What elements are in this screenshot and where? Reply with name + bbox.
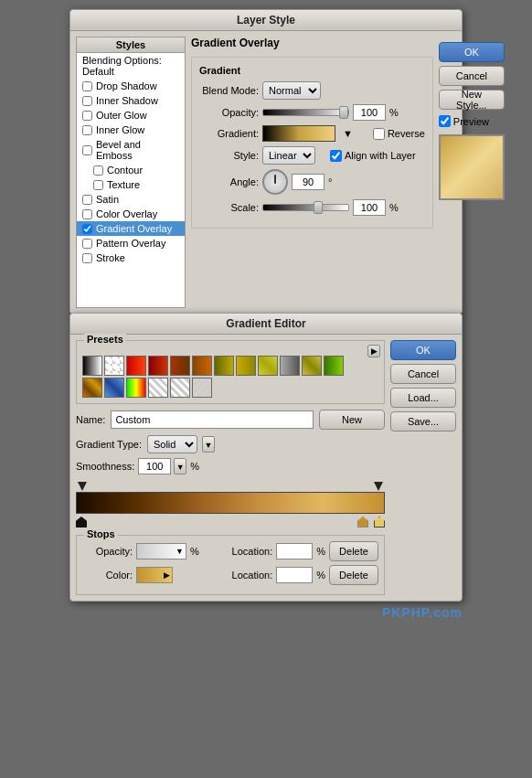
dropdown-arrow-icon[interactable]: ▼ <box>343 128 353 139</box>
gradient-overlay-checkbox[interactable] <box>82 224 92 234</box>
outer-glow-checkbox[interactable] <box>82 111 92 121</box>
blend-mode-select[interactable]: Normal Multiply Screen <box>262 81 321 100</box>
preview-checkbox[interactable] <box>439 115 451 127</box>
bevel-emboss-checkbox[interactable] <box>82 145 92 155</box>
presets-section: Presets ▶ <box>76 340 385 404</box>
color-stop-row: Color: ▶ Location: % Delete <box>82 565 378 585</box>
gradient-swatch[interactable] <box>262 125 335 142</box>
blending-label: Blending Options: Default <box>82 55 179 77</box>
gradient-type-select[interactable]: Solid Noise <box>147 435 197 453</box>
new-style-button[interactable]: New Style... <box>439 90 505 110</box>
preset-swatch-9[interactable] <box>258 356 278 376</box>
name-input[interactable] <box>111 410 314 429</box>
ge-ok-button[interactable]: OK <box>390 340 456 360</box>
preset-swatch-2[interactable] <box>104 356 124 376</box>
styles-item-pattern-overlay[interactable]: Pattern Overlay <box>77 236 185 250</box>
inner-shadow-checkbox[interactable] <box>82 96 92 106</box>
preset-swatch-8[interactable] <box>236 356 256 376</box>
cancel-button[interactable]: Cancel <box>439 66 505 86</box>
drop-shadow-checkbox[interactable] <box>82 81 92 91</box>
ge-cancel-button[interactable]: Cancel <box>390 364 456 384</box>
gradient-type-arrow[interactable]: ▼ <box>202 436 215 453</box>
opacity-unit: % <box>389 107 399 118</box>
styles-item-stroke[interactable]: Stroke <box>77 250 185 265</box>
opacity-stop-left[interactable] <box>78 482 87 491</box>
styles-item-inner-glow[interactable]: Inner Glow <box>77 123 185 137</box>
pattern-overlay-checkbox[interactable] <box>82 239 92 249</box>
preset-swatch-14[interactable] <box>104 378 124 398</box>
styles-item-drop-shadow[interactable]: Drop Shadow <box>77 79 185 93</box>
reverse-checkbox-label[interactable]: Reverse <box>373 128 425 140</box>
scale-value[interactable] <box>353 199 386 216</box>
color-swatch[interactable]: ▶ <box>136 567 173 583</box>
opacity-swatch[interactable]: ▼ <box>136 543 186 560</box>
reverse-checkbox[interactable] <box>373 128 385 140</box>
gradient-type-row: Gradient Type: Solid Noise ▼ <box>76 435 385 453</box>
stroke-label: Stroke <box>96 252 125 263</box>
opacity-stop-right[interactable] <box>374 482 383 491</box>
preset-swatch-6[interactable] <box>192 356 212 376</box>
preset-swatch-17[interactable] <box>170 378 190 398</box>
preset-swatch-13[interactable] <box>82 378 102 398</box>
color-location-label: Location: <box>232 570 273 581</box>
inner-glow-checkbox[interactable] <box>82 125 92 135</box>
ok-button[interactable]: OK <box>439 42 505 62</box>
bottom-logo: PKPHP.com <box>69 602 463 623</box>
color-delete-button[interactable]: Delete <box>329 565 378 585</box>
color-stop-right[interactable] <box>374 517 385 528</box>
preset-swatch-11[interactable] <box>302 356 322 376</box>
ge-save-button[interactable]: Save... <box>390 411 456 432</box>
styles-item-gradient-overlay[interactable]: Gradient Overlay <box>77 221 185 236</box>
style-select[interactable]: Linear Radial Angle <box>262 146 315 165</box>
styles-list[interactable]: Blending Options: Default Drop Shadow In… <box>76 52 186 308</box>
color-stop-label: Color: <box>82 570 133 581</box>
gradient-color-bar[interactable] <box>76 492 385 514</box>
opacity-location-input[interactable] <box>276 543 313 560</box>
opacity-value[interactable] <box>353 104 386 121</box>
contour-checkbox[interactable] <box>93 165 103 176</box>
preset-swatch-12[interactable] <box>324 356 344 376</box>
color-overlay-label: Color Overlay <box>96 208 157 219</box>
styles-item-contour[interactable]: Contour <box>77 163 185 177</box>
color-overlay-checkbox[interactable] <box>82 209 92 219</box>
angle-value[interactable] <box>292 174 325 190</box>
styles-item-inner-shadow[interactable]: Inner Shadow <box>77 93 185 108</box>
preset-swatch-18[interactable] <box>192 378 212 398</box>
color-location-input[interactable] <box>276 567 313 583</box>
smoothness-value[interactable] <box>138 458 171 474</box>
preset-swatch-1[interactable] <box>82 356 102 376</box>
styles-item-color-overlay[interactable]: Color Overlay <box>77 207 185 221</box>
styles-item-texture[interactable]: Texture <box>77 177 185 192</box>
opacity-stop-label: Opacity: <box>82 546 133 557</box>
styles-item-blending[interactable]: Blending Options: Default <box>77 53 185 79</box>
preset-swatch-10[interactable] <box>280 356 300 376</box>
angle-dial[interactable] <box>262 169 288 195</box>
new-gradient-button[interactable]: New <box>319 410 385 430</box>
angle-label: Angle: <box>199 176 259 187</box>
align-layer-checkbox-label[interactable]: Align with Layer <box>330 150 416 162</box>
preset-swatch-5[interactable] <box>170 356 190 376</box>
styles-item-outer-glow[interactable]: Outer Glow <box>77 108 185 123</box>
stops-legend: Stops <box>84 528 118 539</box>
preset-swatch-15[interactable] <box>126 378 146 398</box>
preset-swatch-3[interactable] <box>126 356 146 376</box>
opacity-slider[interactable] <box>262 109 349 116</box>
opacity-delete-button[interactable]: Delete <box>329 541 378 561</box>
align-layer-checkbox[interactable] <box>330 150 342 162</box>
smoothness-arrow[interactable]: ▼ <box>174 458 186 474</box>
stroke-checkbox[interactable] <box>82 253 92 263</box>
preset-swatch-4[interactable] <box>148 356 168 376</box>
styles-item-bevel-emboss[interactable]: Bevel and Emboss <box>77 137 185 163</box>
color-stop-left[interactable] <box>76 517 87 528</box>
presets-scroll-button[interactable]: ▶ <box>367 345 380 357</box>
texture-checkbox[interactable] <box>93 180 103 190</box>
preview-check-row: Preview <box>439 115 505 127</box>
scale-slider[interactable] <box>262 204 349 211</box>
gradient-type-label: Gradient Type: <box>76 439 142 450</box>
satin-checkbox[interactable] <box>82 195 92 205</box>
color-stop-mid[interactable] <box>357 517 368 528</box>
ge-load-button[interactable]: Load... <box>390 388 456 408</box>
preset-swatch-16[interactable] <box>148 378 168 398</box>
preset-swatch-7[interactable] <box>214 356 234 376</box>
styles-item-satin[interactable]: Satin <box>77 192 185 207</box>
